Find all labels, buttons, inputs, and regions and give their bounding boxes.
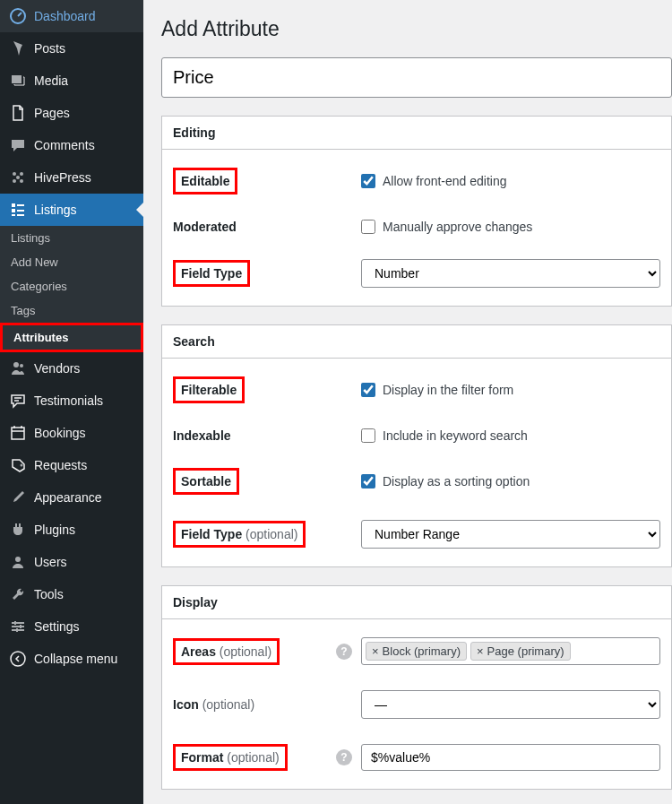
wrench-icon <box>9 585 27 603</box>
svg-rect-14 <box>12 428 24 439</box>
sidebar-item-posts[interactable]: Posts <box>0 32 143 65</box>
sidebar-item-label: Pages <box>34 106 70 120</box>
token-page-primary[interactable]: ×Page (primary) <box>470 642 571 661</box>
svg-point-5 <box>16 176 20 179</box>
svg-rect-20 <box>14 621 16 625</box>
sidebar-item-label: Vendors <box>34 361 80 376</box>
sidebar-item-settings[interactable]: Settings <box>0 610 143 643</box>
calendar-icon <box>9 424 27 442</box>
row-areas: Areas (optional)? ×Block (primary) ×Page… <box>162 625 671 678</box>
token-block-primary[interactable]: ×Block (primary) <box>366 642 467 661</box>
sidebar-item-tools[interactable]: Tools <box>0 578 143 610</box>
help-icon[interactable]: ? <box>336 644 352 660</box>
row-icon: Icon (optional) — <box>162 678 671 731</box>
checkbox-label-sortable: Display as a sorting option <box>383 474 530 488</box>
sidebar-item-label: Testimonials <box>34 393 103 408</box>
checkbox-label-filterable: Display in the filter form <box>383 383 513 397</box>
checkbox-filterable[interactable] <box>361 383 375 397</box>
sidebar-item-users[interactable]: Users <box>0 546 143 578</box>
plugin-icon <box>9 521 27 539</box>
comment-icon <box>9 136 27 154</box>
label-areas: Areas (optional) <box>173 638 280 665</box>
sidebar-item-requests[interactable]: Requests <box>0 449 143 481</box>
row-search-fieldtype: Field Type (optional) Number Range <box>162 507 671 561</box>
label-sortable: Sortable <box>173 468 239 495</box>
svg-point-15 <box>21 464 23 467</box>
checkbox-label-moderated: Manually approve changes <box>383 220 532 234</box>
checkbox-sortable[interactable] <box>361 474 375 488</box>
page-title: Add Attribute <box>161 9 672 45</box>
label-editing-fieldtype: Field Type <box>173 260 250 287</box>
testimonials-icon <box>9 392 27 410</box>
sidebar-item-label: Listings <box>34 203 76 217</box>
select-icon[interactable]: — <box>361 690 660 719</box>
page-icon <box>9 104 27 122</box>
svg-point-23 <box>11 652 25 666</box>
checkbox-moderated[interactable] <box>361 220 375 234</box>
sidebar-item-label: Appearance <box>34 490 102 505</box>
media-icon <box>9 72 27 90</box>
sidebar-item-comments[interactable]: Comments <box>0 129 143 161</box>
token-remove-icon[interactable]: × <box>372 644 379 658</box>
sidebar-item-media[interactable]: Media <box>0 65 143 97</box>
sub-item-categories[interactable]: Categories <box>0 274 143 298</box>
checkbox-indexable[interactable] <box>361 428 375 443</box>
sidebar-item-testimonials[interactable]: Testimonials <box>0 385 143 417</box>
sidebar-item-pages[interactable]: Pages <box>0 97 143 129</box>
svg-rect-21 <box>20 625 22 628</box>
svg-rect-10 <box>12 214 15 216</box>
select-search-fieldtype[interactable]: Number Range <box>361 520 660 549</box>
pin-icon <box>9 39 27 57</box>
input-format[interactable] <box>361 744 660 771</box>
sidebar-item-appearance[interactable]: Appearance <box>0 481 143 514</box>
sub-item-add-new[interactable]: Add New <box>0 250 143 274</box>
sidebar-item-label: Collapse menu <box>34 652 117 666</box>
svg-rect-8 <box>12 209 15 212</box>
label-filterable: Filterable <box>173 376 245 403</box>
sidebar-item-plugins[interactable]: Plugins <box>0 514 143 546</box>
sidebar-item-label: Settings <box>34 619 80 634</box>
sidebar-item-label: Users <box>34 555 67 569</box>
sidebar-item-label: Plugins <box>34 523 75 537</box>
requests-icon <box>9 456 27 474</box>
svg-point-4 <box>20 179 23 183</box>
svg-point-12 <box>13 362 19 367</box>
sidebar-item-dashboard[interactable]: Dashboard <box>0 0 143 32</box>
sidebar-item-listings[interactable]: Listings <box>0 194 143 226</box>
sub-item-tags[interactable]: Tags <box>0 298 143 323</box>
sub-item-listings[interactable]: Listings <box>0 226 143 250</box>
svg-point-16 <box>15 557 21 562</box>
sidebar-item-hivepress[interactable]: HivePress <box>0 161 143 194</box>
section-search: Search Filterable Display in the filter … <box>161 324 672 567</box>
help-icon[interactable]: ? <box>336 749 352 765</box>
label-search-fieldtype: Field Type (optional) <box>173 521 306 548</box>
svg-rect-22 <box>16 628 18 632</box>
sidebar-item-label: Posts <box>34 41 65 56</box>
svg-rect-6 <box>12 203 15 207</box>
svg-rect-7 <box>17 204 24 206</box>
row-sortable: Sortable Display as a sorting option <box>162 455 671 507</box>
sidebar-item-label: Dashboard <box>34 9 96 23</box>
section-header-search: Search <box>162 325 671 359</box>
sidebar-item-bookings[interactable]: Bookings <box>0 417 143 449</box>
row-moderated: Moderated Manually approve changes <box>162 207 671 246</box>
row-editable: Editable Allow front-end editing <box>162 155 671 207</box>
svg-point-13 <box>20 364 23 367</box>
section-display: Display Areas (optional)? ×Block (primar… <box>161 585 672 790</box>
svg-point-3 <box>13 179 16 183</box>
select-editing-fieldtype[interactable]: Number <box>361 259 660 288</box>
sidebar-submenu: Listings Add New Categories Tags Attribu… <box>0 226 143 352</box>
token-remove-icon[interactable]: × <box>477 644 484 658</box>
sub-item-attributes[interactable]: Attributes <box>3 325 141 350</box>
section-header-display: Display <box>162 586 671 619</box>
areas-token-field[interactable]: ×Block (primary) ×Page (primary) <box>361 637 660 665</box>
label-editable: Editable <box>173 168 237 195</box>
checkbox-editable[interactable] <box>361 174 375 188</box>
sidebar-item-label: Tools <box>34 587 64 601</box>
attribute-name-input[interactable] <box>161 57 672 98</box>
collapse-icon <box>9 650 27 668</box>
sidebar-item-vendors[interactable]: Vendors <box>0 352 143 385</box>
main-content: Add Attribute Editing Editable Allow fro… <box>143 0 672 804</box>
dashboard-icon <box>9 7 27 25</box>
sidebar-item-collapse[interactable]: Collapse menu <box>0 643 143 675</box>
